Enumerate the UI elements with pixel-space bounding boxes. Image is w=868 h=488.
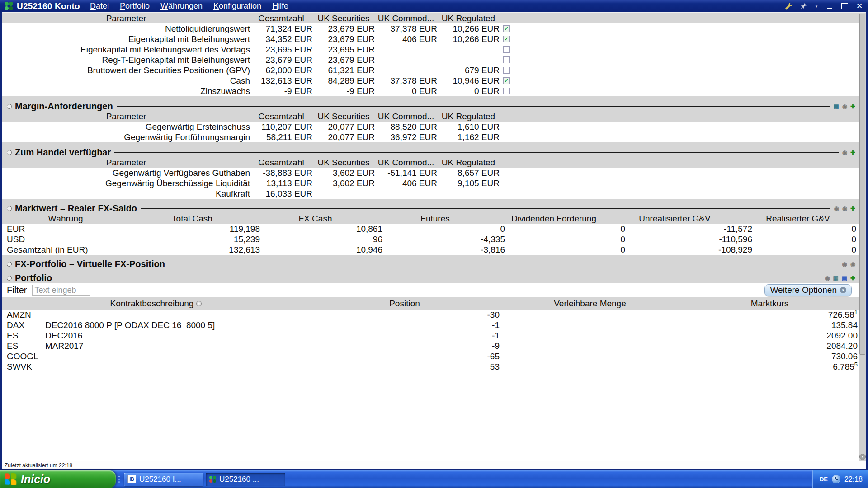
taskbar-divider[interactable] — [116, 470, 122, 488]
column-header[interactable]: UK Securities — [312, 158, 375, 168]
section-header-fx-portfolio: FX-Portfolio – Virtuelle FX-Position ◉◉ — [2, 259, 859, 269]
column-header[interactable]: Währung — [2, 214, 129, 224]
maximize-button[interactable] — [840, 3, 849, 10]
contract-description: ESMAR2017 — [2, 341, 310, 351]
table-row[interactable]: AMZN-30726.581 — [2, 310, 859, 320]
column-header[interactable]: Dividenden Forderung — [495, 214, 613, 224]
column-header[interactable]: Unrealisierter G&V — [613, 214, 737, 224]
collapse-toggle-icon[interactable] — [7, 150, 12, 155]
table-row[interactable]: SWVK536.7855 — [2, 361, 859, 372]
column-header[interactable]: UK Commod... — [375, 14, 437, 23]
column-header[interactable]: UK Regulated — [437, 14, 500, 23]
table-row[interactable]: ESDEC2016-12092.00 — [2, 330, 859, 341]
globe-icon[interactable]: ◉ — [842, 206, 847, 211]
column-header[interactable]: Gesamtzahl — [250, 158, 312, 168]
table-row[interactable]: ESMAR2017-92084.20 — [2, 341, 859, 351]
column-header[interactable]: Parameter — [2, 112, 250, 122]
start-button[interactable]: Inicio — [0, 470, 116, 488]
clock-tray-icon[interactable] — [832, 475, 840, 483]
column-header-sortable[interactable]: Kontraktbeschreibung — [2, 299, 310, 309]
margin-table-body: Gegenwärtig Ersteinschuss110,207 EUR20,0… — [2, 122, 859, 142]
table-row: Gegenwärtig Fortführungsmargin58,211 EUR… — [2, 132, 859, 142]
more-options-button[interactable]: Weitere Optionen ▼ — [764, 284, 852, 296]
collapse-toggle-icon[interactable] — [7, 276, 12, 281]
menu-item-portfolio[interactable]: Portfolio — [120, 1, 150, 11]
scrollbar-thumb[interactable] — [859, 14, 865, 355]
column-header[interactable]: UK Commod... — [375, 112, 437, 122]
row-label: Nettoliquidierungswert — [2, 24, 250, 34]
wrench-icon[interactable] — [784, 3, 793, 10]
chevron-down-icon[interactable]: ▾ — [814, 3, 819, 10]
filter-input[interactable] — [32, 285, 90, 296]
cell-value: -9 EUR — [250, 86, 312, 96]
globe-icon[interactable]: ◉ — [842, 150, 847, 155]
minimize-button[interactable] — [826, 3, 834, 10]
table-row[interactable]: GOOGL-65730.06 — [2, 351, 859, 361]
cell-value: -11,572 — [628, 224, 755, 234]
column-header[interactable]: Marktkurs — [680, 299, 859, 309]
column-header[interactable]: Position — [310, 299, 500, 309]
column-header[interactable]: FX Cash — [255, 214, 375, 224]
cell-value: 1,610 EUR — [437, 122, 500, 132]
add-icon[interactable]: ✚ — [850, 103, 855, 109]
column-header[interactable]: UK Regulated — [437, 158, 500, 168]
row-checkbox[interactable]: ✓ — [503, 77, 510, 84]
cell-value: 110,207 EUR — [250, 122, 312, 132]
cell-value: 1,162 EUR — [437, 132, 500, 142]
scroll-down-button[interactable]: ▼ — [859, 454, 866, 460]
row-checkbox[interactable]: ✓ — [503, 36, 510, 42]
row-checkbox[interactable] — [503, 46, 510, 53]
column-header[interactable]: Gesamtzahl — [250, 112, 312, 122]
vertical-scrollbar[interactable]: ▼ — [859, 13, 866, 461]
row-checkbox[interactable]: ✓ — [503, 25, 510, 32]
column-header[interactable]: Realisierter G&V — [737, 214, 859, 224]
language-indicator[interactable]: DE — [820, 476, 828, 483]
collapse-toggle-icon[interactable] — [7, 262, 12, 267]
menu-item-datei[interactable]: Datei — [90, 1, 109, 11]
section-rule — [141, 208, 830, 209]
row-checkbox[interactable] — [503, 56, 510, 63]
collapse-toggle-icon[interactable] — [7, 104, 12, 109]
window-icon[interactable]: ▣ — [842, 275, 847, 281]
close-button[interactable]: ✕ — [855, 3, 863, 10]
menu-item-währungen[interactable]: Währungen — [160, 1, 203, 11]
add-icon[interactable]: ✚ — [850, 150, 855, 155]
table-row[interactable]: DAXDEC2016 8000 P [P ODAX DEC 16 8000 5]… — [2, 320, 859, 330]
column-header[interactable]: UK Commod... — [375, 158, 437, 168]
cell-value: 23,679 EUR — [312, 34, 375, 44]
column-header[interactable]: UK Securities — [312, 112, 375, 122]
globe-icon[interactable]: ◉ — [842, 103, 847, 109]
column-header[interactable]: Parameter — [2, 14, 250, 23]
globe-icon[interactable]: ◉ — [850, 261, 855, 267]
column-header[interactable]: Parameter — [2, 158, 250, 168]
cell-value: -9 EUR — [312, 86, 375, 96]
globe-icon[interactable]: ◉ — [825, 275, 830, 281]
taskbar-task-button[interactable]: IBU252160 I... — [124, 473, 203, 486]
add-icon[interactable]: ✚ — [850, 275, 855, 281]
chevron-down-icon: ▼ — [840, 287, 846, 293]
globe-icon[interactable]: ◉ — [834, 206, 839, 211]
taskbar-task-button[interactable]: U252160 ... — [206, 473, 285, 486]
column-header[interactable]: UK Regulated — [437, 112, 500, 122]
column-header[interactable]: Total Cash — [129, 214, 255, 224]
table-icon[interactable]: ▦ — [833, 275, 839, 281]
market-price: 135.84 — [682, 320, 859, 330]
column-header[interactable]: Futures — [375, 214, 495, 224]
column-header[interactable]: UK Securities — [312, 14, 375, 23]
cell-value: 8,657 EUR — [437, 168, 500, 178]
collapse-toggle-icon[interactable] — [7, 206, 12, 211]
taskbar-clock[interactable]: 22:18 — [844, 475, 863, 483]
windows-logo-icon — [5, 473, 17, 485]
menu-item-konfiguration[interactable]: Konfiguration — [213, 1, 261, 11]
pin-icon[interactable] — [799, 3, 807, 10]
table-icon[interactable]: ▦ — [833, 103, 839, 109]
add-icon[interactable]: ✚ — [850, 206, 855, 211]
row-checkbox[interactable] — [503, 67, 510, 74]
menu-item-hilfe[interactable]: Hilfe — [272, 1, 288, 11]
column-header[interactable]: Gesamtzahl — [250, 14, 312, 23]
titlebar[interactable]: U252160 Konto DateiPortfolioWährungenKon… — [0, 0, 868, 12]
row-checkbox[interactable] — [503, 88, 510, 94]
globe-icon[interactable]: ◉ — [842, 261, 847, 267]
cell-value: 23,695 EUR — [312, 45, 375, 55]
column-header[interactable]: Verleihbare Menge — [500, 299, 680, 309]
